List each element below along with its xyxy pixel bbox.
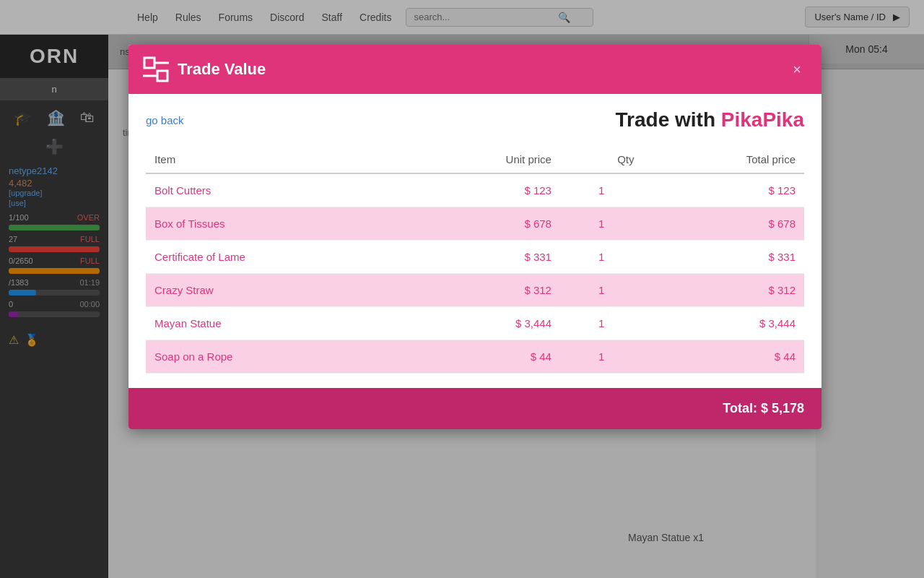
qty-4: 1 xyxy=(560,274,643,307)
modal-title-area: Trade Value xyxy=(143,56,266,82)
total-price-2: $ 678 xyxy=(643,207,805,241)
item-name-6: Soap on a Rope xyxy=(146,340,408,374)
item-name-4: Crazy Straw xyxy=(146,274,408,307)
go-back-link[interactable]: go back xyxy=(146,114,184,126)
table-row: Certificate of Lame $ 331 1 $ 331 xyxy=(146,241,804,274)
trade-header: go back Trade with PikaPika xyxy=(146,108,804,131)
svg-rect-1 xyxy=(157,71,167,81)
item-name-5: Mayan Statue xyxy=(146,307,408,340)
col-item: Item xyxy=(146,146,408,173)
unit-price-2: $ 678 xyxy=(408,207,560,241)
table-row: Crazy Straw $ 312 1 $ 312 xyxy=(146,274,804,307)
total-row: Total: $ 5,178 xyxy=(128,388,821,429)
table-header: Item Unit price Qty Total price xyxy=(146,146,804,173)
trade-value-modal: Trade Value × go back Trade with PikaPik… xyxy=(128,45,821,429)
trade-with-prefix: Trade with xyxy=(616,108,721,131)
modal-close-button[interactable]: × xyxy=(787,59,807,81)
col-total-price: Total price xyxy=(643,146,805,173)
trade-with-name: PikaPika xyxy=(721,108,804,131)
trade-with-header: Trade with PikaPika xyxy=(616,108,804,131)
table-row: Bolt Cutters $ 123 1 $ 123 xyxy=(146,173,804,207)
modal-header: Trade Value × xyxy=(128,45,821,94)
total-value: $ 5,178 xyxy=(761,401,804,415)
table-row: Soap on a Rope $ 44 1 $ 44 xyxy=(146,340,804,374)
col-unit-price: Unit price xyxy=(408,146,560,173)
item-name-1: Bolt Cutters xyxy=(146,173,408,207)
svg-rect-0 xyxy=(144,58,154,68)
qty-6: 1 xyxy=(560,340,643,374)
table-body: Bolt Cutters $ 123 1 $ 123 Box of Tissue… xyxy=(146,173,804,374)
unit-price-6: $ 44 xyxy=(408,340,560,374)
qty-3: 1 xyxy=(560,241,643,274)
unit-price-4: $ 312 xyxy=(408,274,560,307)
table-row: Mayan Statue $ 3,444 1 $ 3,444 xyxy=(146,307,804,340)
table-row: Box of Tissues $ 678 1 $ 678 xyxy=(146,207,804,241)
modal-title-text: Trade Value xyxy=(178,60,266,79)
modal-body: go back Trade with PikaPika Item Unit pr… xyxy=(128,94,821,388)
unit-price-3: $ 331 xyxy=(408,241,560,274)
unit-price-1: $ 123 xyxy=(408,173,560,207)
col-qty: Qty xyxy=(560,146,643,173)
total-price-6: $ 44 xyxy=(643,340,805,374)
item-name-2: Box of Tissues xyxy=(146,207,408,241)
unit-price-5: $ 3,444 xyxy=(408,307,560,340)
qty-1: 1 xyxy=(560,173,643,207)
total-price-5: $ 3,444 xyxy=(643,307,805,340)
qty-2: 1 xyxy=(560,207,643,241)
total-price-1: $ 123 xyxy=(643,173,805,207)
qty-5: 1 xyxy=(560,307,643,340)
total-price-3: $ 331 xyxy=(643,241,805,274)
modal-logo-icon xyxy=(143,56,169,82)
total-label: Total: xyxy=(723,401,757,415)
item-name-3: Certificate of Lame xyxy=(146,241,408,274)
total-price-4: $ 312 xyxy=(643,274,805,307)
trade-table: Item Unit price Qty Total price Bolt Cut… xyxy=(146,146,804,374)
